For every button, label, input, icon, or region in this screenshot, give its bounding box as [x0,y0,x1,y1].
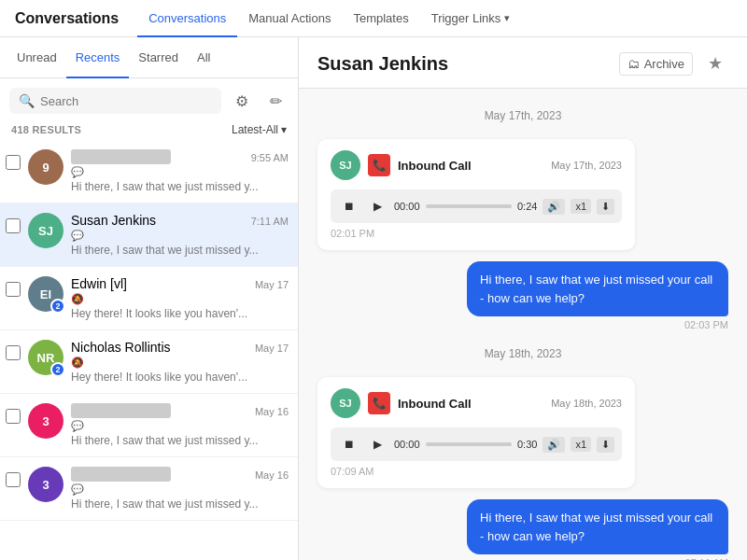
conv-checkbox[interactable] [6,282,21,297]
sort-select[interactable]: Latest-All ▾ [232,123,287,136]
tab-recents[interactable]: Recents [66,37,130,78]
unread-badge: 2 [50,299,65,314]
blurred-name: ████ ████ ██ [71,403,171,418]
conv-header: ████ ████ ██ May 16 [71,467,289,482]
conv-meta: 💬 [71,483,289,496]
conv-time: May 16 [255,469,289,481]
call-message: SJ 📞 Inbound Call May 17th, 2023 ⏹ ▶ 00:… [317,139,728,250]
chevron-down-icon: ▾ [281,123,287,136]
contact-name: Susan Jenkins [317,53,448,75]
message-bubble: Hi there, I saw that we just missed your… [467,499,728,554]
call-timestamp: 02:01 PM [331,228,622,239]
call-label: Inbound Call [398,159,472,173]
avatar: EI 2 [28,276,63,312]
tab-all[interactable]: All [188,37,219,78]
search-input[interactable] [40,94,212,108]
play-button[interactable]: ▶ [366,433,388,455]
compose-icon[interactable]: ✏ [262,88,289,114]
search-input-wrapper: 🔍 [9,88,221,114]
download-button[interactable]: ⬇ [597,437,614,453]
star-button[interactable]: ★ [702,50,728,77]
call-message: SJ 📞 Inbound Call May 18th, 2023 ⏹ ▶ 00:… [317,377,728,488]
play-button[interactable]: ▶ [366,195,388,217]
tab-trigger-links[interactable]: Trigger Links ▾ [420,0,522,37]
archive-icon: 🗂 [627,57,640,71]
conv-meta: 💬 [71,230,289,242]
conv-content: ████ ████ ██ May 16 💬 Hi there, I saw th… [71,403,289,447]
conv-content: ████ ████ ██ May 16 💬 Hi there, I saw th… [71,467,289,511]
bubble-row: Hi there, I saw that we just missed your… [317,261,728,330]
call-date: May 18th, 2023 [551,398,622,409]
avatar: NR 2 [28,340,63,375]
audio-player: ⏹ ▶ 00:00 0:24 🔊 x1 ⬇ [331,189,622,223]
list-item[interactable]: 3 ████ ████ ██ May 16 💬 Hi there, I saw … [0,457,298,521]
tab-unread[interactable]: Unread [7,37,66,78]
conv-type-icon: 🔕 [71,357,84,369]
conv-header: ████ ████ ██ 9:55 AM [71,149,289,164]
volume-button[interactable]: 🔊 [543,199,565,215]
conv-checkbox[interactable] [6,409,21,424]
conv-type-icon: 💬 [71,166,84,178]
tab-manual-actions[interactable]: Manual Actions [237,0,342,37]
avatar: 3 [28,467,63,502]
list-item[interactable]: SJ Susan Jenkins 7:11 AM 💬 Hi there, I s… [0,203,298,267]
conv-checkbox[interactable] [6,472,21,487]
tab-conversations[interactable]: Conversations [137,0,237,37]
list-item[interactable]: NR 2 Nicholas Rollintis May 17 🔕 Hey the… [0,330,298,394]
conv-preview: Hey there! It looks like you haven'... [71,371,289,384]
results-count: 418 RESULTS [11,124,81,135]
bubble-message: Hi there, I saw that we just missed your… [317,261,728,330]
conv-checkbox[interactable] [6,345,21,360]
conv-meta: 🔕 [71,357,289,369]
conv-header: Susan Jenkins 7:11 AM [71,213,289,228]
bubble-row: Hi there, I saw that we just missed your… [317,499,728,560]
conv-preview: Hi there, I saw that we just missed y... [71,244,289,257]
conv-checkbox[interactable] [6,218,21,233]
call-card: SJ 📞 Inbound Call May 18th, 2023 ⏹ ▶ 00:… [317,377,635,488]
list-item[interactable]: 3 ████ ████ ██ May 16 💬 Hi there, I saw … [0,394,298,457]
bubble-timestamp: 02:03 PM [467,319,728,330]
audio-progress-bar[interactable] [426,442,512,446]
conv-type-icon: 💬 [71,483,84,496]
speed-button[interactable]: x1 [571,437,591,452]
right-header: Susan Jenkins 🗂 Archive ★ [299,37,747,89]
conv-header: Edwin [vl] May 17 [71,276,289,291]
right-actions: 🗂 Archive ★ [619,50,728,77]
date-divider: May 17th, 2023 [317,109,728,122]
chevron-down-icon: ▾ [504,12,510,24]
stop-button[interactable]: ⏹ [338,195,360,217]
conv-name: Edwin [vl] [71,276,127,291]
call-card-header: SJ 📞 Inbound Call May 17th, 2023 [331,150,622,180]
call-card-header: SJ 📞 Inbound Call May 18th, 2023 [331,388,622,418]
conv-header: Nicholas Rollintis May 17 [71,340,289,355]
call-label: Inbound Call [398,397,472,411]
conv-type-icon: 💬 [71,420,84,432]
avatar: SJ [331,150,360,180]
conv-meta: 🔕 [71,293,289,305]
top-nav: Conversations Conversations Manual Actio… [0,0,747,37]
tab-templates[interactable]: Templates [342,0,419,37]
archive-button[interactable]: 🗂 Archive [619,52,693,76]
messages-area: May 17th, 2023 SJ 📞 Inbound Call May 17t… [299,89,747,560]
date-divider: May 18th, 2023 [317,347,728,360]
audio-progress-bar[interactable] [426,204,512,208]
conv-type-icon: 💬 [71,230,84,242]
conv-time: 9:55 AM [251,152,289,163]
filter-icon[interactable]: ⚙ [229,88,255,114]
conv-name: Susan Jenkins [71,213,156,228]
list-item[interactable]: 9 ████ ████ ██ 9:55 AM 💬 Hi there, I saw… [0,140,298,203]
list-item[interactable]: EI 2 Edwin [vl] May 17 🔕 Hey there! It l… [0,267,298,330]
right-panel: Susan Jenkins 🗂 Archive ★ May 17th, 2023… [299,37,747,560]
speed-button[interactable]: x1 [571,199,591,214]
tab-starred[interactable]: Starred [129,37,188,78]
search-icon: 🔍 [19,93,35,108]
stop-button[interactable]: ⏹ [338,433,360,455]
conv-checkbox[interactable] [6,155,21,170]
duration: 0:24 [517,201,537,212]
conv-preview: Hi there, I saw that we just missed y... [71,497,289,511]
download-button[interactable]: ⬇ [597,199,614,215]
conv-time: May 16 [255,406,289,417]
volume-button[interactable]: 🔊 [543,437,565,453]
audio-player: ⏹ ▶ 00:00 0:30 🔊 x1 ⬇ [331,427,622,461]
conv-time: May 17 [255,279,289,290]
